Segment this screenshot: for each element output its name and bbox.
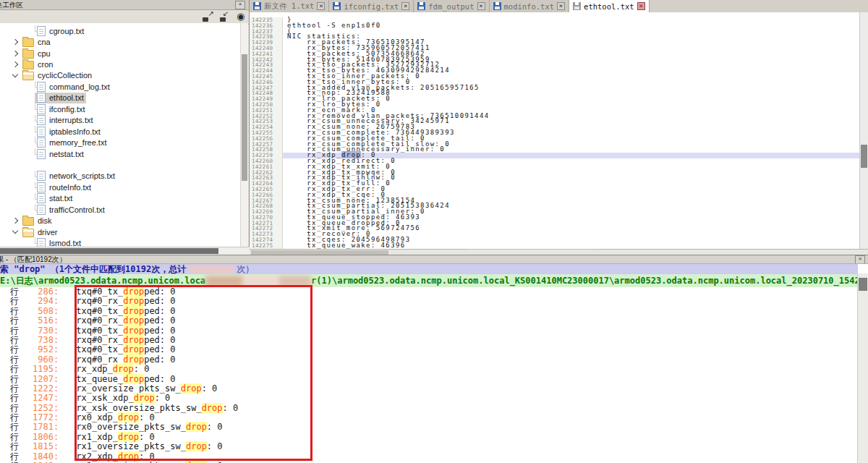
tree-item-interrupts.txt[interactable]: interrupts.txt: [0, 115, 241, 126]
tree-item-trafficControl.txt[interactable]: trafficControl.txt: [0, 204, 241, 215]
path-text-pre: E:\日志\armod0523.odata.ncmp.unicom.loca: [0, 276, 205, 286]
scrollbar-thumb[interactable]: [0, 248, 218, 254]
editor-line[interactable]: 142236ethtool -S enp1s0f0: [250, 23, 860, 29]
tree-vertical-scrollbar[interactable]: [240, 23, 248, 247]
locate-file-icon[interactable]: ◉: [237, 11, 244, 22]
match-line-number: 1781: [19, 422, 54, 432]
result-row[interactable]: 行1772:rx0_xdp_drop: 0: [0, 413, 858, 422]
tree-item-cron[interactable]: cron: [0, 59, 241, 69]
close-tab-icon[interactable]: ×: [637, 2, 645, 10]
result-row[interactable]: 行1840:rx2_xdp_drop: 0: [0, 452, 858, 462]
colon: :: [54, 452, 59, 462]
close-tab-icon[interactable]: ×: [477, 2, 485, 10]
close-results-icon[interactable]: ×: [855, 255, 865, 264]
result-row[interactable]: 行286:txq#0_tx_dropped: 0: [0, 287, 858, 297]
tree-item-driver[interactable]: driver: [0, 226, 241, 237]
tree-item-label: cron: [38, 60, 53, 69]
chevron-right-icon[interactable]: [12, 50, 18, 56]
tree-item-label: stat.txt: [49, 194, 72, 203]
chevron-right-icon[interactable]: [12, 218, 18, 224]
tree-item-routeInfo.txt[interactable]: routeInfo.txt: [0, 182, 241, 192]
highlighted-match: drop: [123, 315, 144, 326]
expand-all-icon[interactable]: ↗: [202, 12, 214, 22]
scrollbar-thumb[interactable]: [861, 145, 867, 168]
result-row[interactable]: 行1207:tx_queue_dropped: 0: [0, 375, 858, 384]
tree-item-network_scripts.txt[interactable]: network_scripts.txt: [0, 171, 241, 182]
results-vertical-scrollbar[interactable]: [857, 273, 868, 463]
tab-modinfo.txt[interactable]: modinfo.txt×: [490, 0, 570, 12]
result-row[interactable]: 行1195:rx_xdp_drop: 0: [0, 365, 858, 374]
result-row[interactable]: 行516:rxq#0_rx_dropped: 0: [0, 316, 858, 326]
result-file-path[interactable]: E:\日志\armod0523.odata.ncmp.unicom.locar(…: [0, 274, 858, 288]
match-text: txq#0_tx_dropped: 0: [76, 345, 175, 354]
results-header-text: 果 - （匹配10192次）: [0, 255, 67, 263]
chevron-down-icon[interactable]: [12, 228, 18, 234]
result-row[interactable]: 行952:txq#0_tx_dropped: 0: [0, 345, 858, 354]
match-text: rx_xsk_xdp_drop: 0: [76, 394, 170, 403]
tree-item-label: disk: [38, 216, 52, 225]
highlighted-match: drop: [186, 422, 207, 432]
colon: :: [54, 375, 59, 384]
tree-item-ethtool.txt[interactable]: ethtool.txt: [0, 93, 241, 103]
search-results-panel: 果 - （匹配10192次） × 索 "drop" （1个文件中匹配到10192…: [0, 255, 868, 463]
tab-新文件 1.txt[interactable]: 新文件 1.txt×: [250, 0, 329, 12]
row-label: 行: [0, 413, 19, 422]
result-row[interactable]: 行730:txq#0_tx_dropped: 0: [0, 326, 858, 336]
colon: :: [54, 422, 59, 432]
close-tab-icon[interactable]: ×: [401, 2, 409, 10]
tree-item-stat.txt[interactable]: stat.txt: [0, 193, 241, 204]
result-row[interactable]: 行1806:rx1_xdp_drop: 0: [0, 433, 858, 442]
colon: :: [54, 345, 59, 354]
redaction-blur: [188, 266, 234, 274]
tree-item-iptablesInfo.txt[interactable]: iptablesInfo.txt: [0, 126, 241, 137]
tab-fdm_output[interactable]: fdm_output×: [414, 0, 489, 12]
tab-ifconfig.txt[interactable]: ifconfig.txt×: [329, 0, 414, 12]
file-icon: [37, 127, 46, 137]
tree-horizontal-scrollbar[interactable]: [0, 247, 250, 255]
result-row[interactable]: 行1222:rx_oversize_pkts_sw_drop: 0: [0, 384, 858, 394]
tree-item-label: command_log.txt: [49, 82, 110, 91]
scrollbar-thumb[interactable]: [859, 278, 867, 291]
summary-suffix: 次）: [237, 264, 254, 274]
chevron-right-icon[interactable]: [12, 39, 18, 45]
tree-item-memory_free.txt[interactable]: memory_free.txt: [0, 137, 241, 148]
tree-item-ifconfig.txt[interactable]: ifconfig.txt: [0, 103, 241, 114]
workspace-toolbar: ↗ ↙ ◉: [0, 10, 249, 25]
result-row[interactable]: 行1247:rx_xsk_xdp_drop: 0: [0, 394, 858, 403]
result-row[interactable]: 行1815:rx1_oversize_pkts_sw_drop: 0: [0, 442, 858, 451]
result-row[interactable]: 行508:txq#0_tx_dropped: 0: [0, 307, 858, 316]
result-row[interactable]: 行1252:rx_xsk_oversize_pkts_sw_drop: 0: [0, 404, 858, 413]
close-workspace-icon[interactable]: ×: [235, 1, 245, 9]
tree-item-command_log.txt[interactable]: command_log.txt: [0, 81, 241, 92]
chevron-right-icon[interactable]: [12, 61, 18, 67]
highlighted-match: drop: [123, 287, 144, 297]
result-row[interactable]: 行960:rxq#0_rx_dropped: 0: [0, 355, 858, 365]
save-icon: [333, 2, 341, 10]
match-line-number: 730: [19, 326, 54, 336]
tab-label: 新文件 1.txt: [264, 1, 314, 12]
chevron-down-icon[interactable]: [12, 72, 18, 77]
match-line-number: 1806: [19, 433, 54, 442]
tree-item-netstat.txt[interactable]: netstat.txt: [0, 148, 241, 159]
match-text: rx_xsk_oversize_pkts_sw_drop: 0: [76, 404, 238, 413]
tree-item-disk[interactable]: disk: [0, 215, 241, 226]
editor-vertical-scrollbar[interactable]: [859, 12, 868, 249]
tree-item-cpu[interactable]: cpu: [0, 48, 241, 59]
result-row[interactable]: 行738:rxq#0_rx_dropped: 0: [0, 336, 858, 345]
row-label: 行: [0, 355, 19, 365]
result-row[interactable]: 行1781:rx0_oversize_pkts_sw_drop: 0: [0, 422, 858, 432]
row-label: 行: [0, 375, 19, 384]
result-row[interactable]: 行294:rxq#0_rx_dropped: 0: [0, 297, 858, 306]
tree-item-lsmod.txt[interactable]: lsmod.txt: [0, 237, 241, 247]
close-tab-icon[interactable]: ×: [317, 2, 325, 10]
scrollbar-thumb[interactable]: [242, 54, 247, 181]
tree-item-cgroup.txt[interactable]: cgroup.txt: [0, 25, 241, 36]
highlighted-match: drop: [123, 296, 144, 306]
collapse-all-icon[interactable]: ↙: [219, 12, 231, 22]
tab-ethtool.txt[interactable]: ethtool.txt×: [569, 0, 650, 12]
workspace-titlebar: 夹工作区 ×: [0, 0, 249, 10]
tree-item-cna[interactable]: cna: [0, 36, 241, 47]
match-text: tx_queue_dropped: 0: [76, 375, 175, 384]
close-tab-icon[interactable]: ×: [557, 2, 565, 10]
tree-item-cyclicCollection[interactable]: cyclicCollection: [0, 70, 241, 81]
